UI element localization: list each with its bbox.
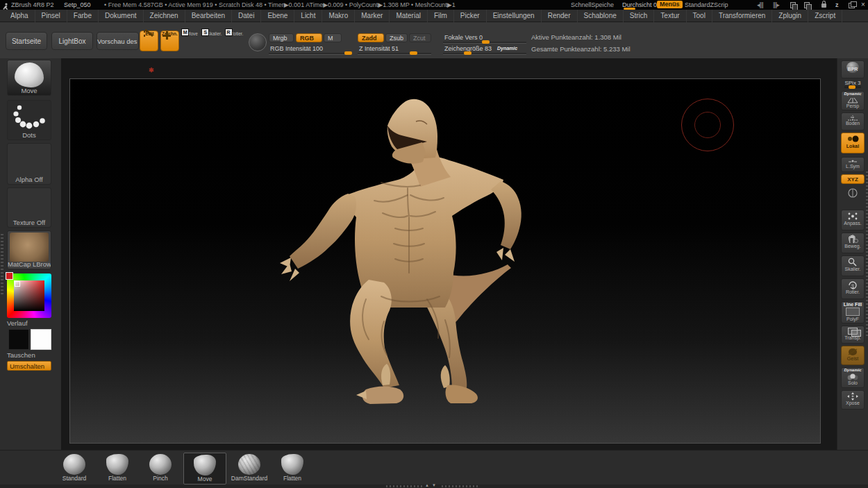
menu-farbe[interactable]: Farbe (67, 10, 99, 22)
bottom-handle-dots-right[interactable] (442, 485, 478, 487)
zadd-button[interactable]: Zadd (358, 33, 384, 42)
brush-preview-sphere-icon[interactable] (249, 33, 267, 51)
menu-einstellungen[interactable]: Einstellungen (487, 10, 542, 22)
focal-shift-handle[interactable] (482, 40, 490, 44)
gyro-rotate-button[interactable]: R Rotier. (227, 31, 245, 51)
zscript-bar[interactable]: StandardZScrip (685, 0, 728, 10)
bottom-handle-dots-left[interactable] (386, 485, 422, 487)
draw-size-handle[interactable] (464, 51, 471, 55)
transp-button[interactable]: Transp. (841, 326, 865, 344)
menu-dokument[interactable]: Dokument (99, 10, 144, 22)
menu-marker[interactable]: Marker (355, 10, 390, 22)
menu-tool[interactable]: Tool (687, 10, 712, 22)
current-brush-tile[interactable]: Move (7, 60, 51, 96)
menu-strich[interactable]: Strich (624, 10, 655, 22)
edit-button[interactable]: Edit (140, 31, 158, 51)
rotate-view-button[interactable]: Rotier. (841, 278, 865, 299)
tutorial-strip-left-icon[interactable]: ◂|||| (757, 0, 763, 10)
paste-document-icon[interactable] (804, 2, 810, 8)
zsub-button[interactable]: Zsub (385, 33, 408, 42)
ghost-button[interactable]: Geist (841, 346, 865, 365)
current-color-swatch[interactable] (6, 272, 13, 280)
polyframe-button[interactable]: Line Fill PolyF (841, 301, 865, 323)
left-tray-divider-handle[interactable] (1, 232, 3, 294)
quick-save-button[interactable]: SchnellSpeiche (571, 0, 614, 10)
menu-textur[interactable]: Textur (654, 10, 686, 22)
menu-pinsel[interactable]: Pinsel (35, 10, 67, 22)
rgb-intensity-track[interactable] (269, 53, 347, 55)
menu-alpha[interactable]: Alpha (4, 10, 35, 22)
preview-edit-button[interactable]: Vorschau des Be (97, 32, 139, 50)
draw-size-track[interactable] (443, 53, 526, 55)
brush-slot-flatten2[interactable]: Flatten (272, 453, 312, 483)
alpha-tile[interactable]: Alpha Off (7, 143, 51, 185)
frame-fit-button[interactable]: Anpass. (841, 210, 865, 230)
menu-zplugin[interactable]: Zplugin (772, 10, 808, 22)
m-button[interactable]: M (324, 33, 342, 42)
rgb-intensity-handle[interactable] (344, 51, 352, 55)
xpose-button[interactable]: Xpose (841, 390, 865, 410)
zcut-button[interactable]: Zcut (409, 33, 431, 42)
main-color-swatch[interactable] (8, 329, 29, 350)
menu-transformieren[interactable]: Transformieren (712, 10, 772, 22)
switch-colors-button[interactable]: Umschalten (7, 361, 51, 371)
transparency-button[interactable] (847, 187, 858, 201)
startseite-button[interactable]: Startseite (6, 32, 47, 50)
menu-schablone[interactable]: Schablone (578, 10, 624, 22)
document-name[interactable]: Setp_050 (64, 0, 91, 10)
spix-handle[interactable] (849, 85, 856, 89)
tutorial-strip-right-icon[interactable]: ||||▸ (773, 0, 779, 10)
menu-makro[interactable]: Makro (322, 10, 355, 22)
spix-track[interactable] (844, 86, 861, 88)
brush-slot-damstandard[interactable]: DamStandard (228, 453, 271, 483)
swap-colors-label[interactable]: Tauschen (7, 351, 51, 359)
solo-button[interactable]: Dynamic Solo (841, 367, 865, 388)
tray-collapse-down-icon[interactable]: ▼ (432, 483, 436, 487)
creature-model[interactable] (278, 91, 542, 424)
tray-collapse-up-icon[interactable]: ▲ (425, 483, 429, 487)
local-symmetry-button[interactable]: Lokal (841, 133, 865, 153)
copy-document-icon[interactable] (790, 2, 796, 8)
menu-datei[interactable]: Datei (232, 10, 261, 22)
secondary-color-swatch[interactable] (31, 329, 51, 350)
color-picker[interactable] (7, 274, 51, 318)
menu-zscript[interactable]: Zscript (808, 10, 842, 22)
xyz-button[interactable]: XYZ (841, 174, 865, 184)
draw-size-dynamic-label[interactable]: Dynamic (497, 46, 517, 51)
menu-bearbeiten[interactable]: Bearbeiten (185, 10, 232, 22)
material-tile[interactable]: MatCap LBrown( (7, 230, 51, 269)
color-cursor[interactable] (15, 281, 20, 287)
gyro-move-button[interactable]: M Move (183, 31, 201, 51)
menus-toggle-button[interactable]: Menüs (657, 1, 683, 8)
draw-pointer-button[interactable]: Zeichn. (160, 31, 179, 51)
menu-zeichnen[interactable]: Zeichnen (144, 10, 185, 22)
menu-licht[interactable]: Licht (294, 10, 322, 22)
zoom-scale-button[interactable]: Skalier. (841, 255, 865, 276)
canvas-area[interactable]: ✻ (61, 58, 837, 450)
texture-tile[interactable]: Texture Off (7, 187, 51, 228)
pan-move-button[interactable]: Beweg. (841, 233, 865, 253)
menu-picker[interactable]: Picker (454, 10, 487, 22)
gyro-scale-button[interactable]: S Skalier. (205, 31, 223, 51)
brush-slot-standard[interactable]: Standard (54, 453, 94, 483)
floor-button[interactable]: Boden (841, 112, 865, 131)
restore-window-icon[interactable] (849, 3, 855, 8)
menu-material[interactable]: Material (390, 10, 428, 22)
stroke-type-tile[interactable]: Dots (7, 100, 51, 140)
bpr-render-button[interactable]: BPR (841, 60, 865, 78)
brush-slot-flatten1[interactable]: Flatten (97, 453, 137, 483)
document-viewport[interactable] (69, 78, 821, 444)
menu-render[interactable]: Render (542, 10, 578, 22)
brush-slot-move-selected[interactable]: Move (183, 453, 226, 485)
minimize-button[interactable]: z (835, 0, 839, 10)
z-intensity-track[interactable] (358, 53, 431, 55)
mrgb-button[interactable]: Mrgb (269, 33, 294, 42)
gradient-label[interactable]: Verlauf (7, 319, 51, 327)
menu-ebene[interactable]: Ebene (261, 10, 294, 22)
persp-button[interactable]: Dynamic Persp (841, 91, 865, 110)
lightbox-button[interactable]: LightBox (51, 32, 93, 50)
menu-film[interactable]: Film (428, 10, 454, 22)
rgb-button[interactable]: RGB (296, 33, 322, 42)
brush-slot-pinch[interactable]: Pinch (140, 453, 181, 483)
close-button[interactable]: × (861, 0, 865, 10)
